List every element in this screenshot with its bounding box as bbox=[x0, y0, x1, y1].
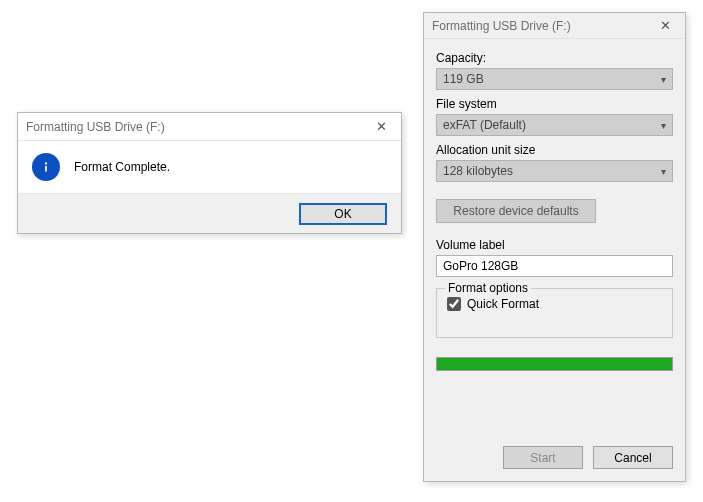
quick-format-checkbox[interactable]: Quick Format bbox=[447, 297, 662, 311]
msg-dialog-footer: OK bbox=[18, 193, 401, 233]
msg-dialog-title: Formatting USB Drive (F:) bbox=[26, 120, 369, 134]
format-complete-dialog: Formatting USB Drive (F:) ✕ Format Compl… bbox=[17, 112, 402, 234]
fmt-dialog-body: Capacity: 119 GB ▾ File system exFAT (De… bbox=[424, 39, 685, 446]
file-system-value: exFAT (Default) bbox=[443, 118, 526, 132]
fmt-dialog-footer: Start Cancel bbox=[424, 446, 685, 481]
msg-dialog-body: Format Complete. bbox=[18, 141, 401, 193]
start-button[interactable]: Start bbox=[503, 446, 583, 469]
chevron-down-icon: ▾ bbox=[661, 74, 666, 85]
msg-dialog-titlebar: Formatting USB Drive (F:) ✕ bbox=[18, 113, 401, 141]
allocation-combo[interactable]: 128 kilobytes ▾ bbox=[436, 160, 673, 182]
allocation-value: 128 kilobytes bbox=[443, 164, 513, 178]
capacity-label: Capacity: bbox=[436, 51, 673, 65]
capacity-combo[interactable]: 119 GB ▾ bbox=[436, 68, 673, 90]
format-progress-bar bbox=[436, 357, 673, 371]
format-options-group: Format options Quick Format bbox=[436, 288, 673, 338]
cancel-button[interactable]: Cancel bbox=[593, 446, 673, 469]
format-dialog: Formatting USB Drive (F:) ✕ Capacity: 11… bbox=[423, 12, 686, 482]
format-options-legend: Format options bbox=[445, 281, 531, 295]
close-icon[interactable]: ✕ bbox=[653, 18, 677, 33]
svg-point-0 bbox=[45, 162, 47, 164]
msg-dialog-message: Format Complete. bbox=[74, 160, 170, 174]
quick-format-label: Quick Format bbox=[467, 297, 539, 311]
volume-label-label: Volume label bbox=[436, 238, 673, 252]
file-system-label: File system bbox=[436, 97, 673, 111]
allocation-label: Allocation unit size bbox=[436, 143, 673, 157]
fmt-dialog-title: Formatting USB Drive (F:) bbox=[432, 19, 653, 33]
svg-rect-1 bbox=[45, 166, 47, 172]
volume-label-input[interactable] bbox=[436, 255, 673, 277]
capacity-value: 119 GB bbox=[443, 72, 484, 86]
info-icon bbox=[32, 153, 60, 181]
chevron-down-icon: ▾ bbox=[661, 120, 666, 131]
quick-format-input[interactable] bbox=[447, 297, 461, 311]
chevron-down-icon: ▾ bbox=[661, 166, 666, 177]
ok-button[interactable]: OK bbox=[299, 203, 387, 225]
fmt-dialog-titlebar: Formatting USB Drive (F:) ✕ bbox=[424, 13, 685, 39]
restore-defaults-button[interactable]: Restore device defaults bbox=[436, 199, 596, 223]
file-system-combo[interactable]: exFAT (Default) ▾ bbox=[436, 114, 673, 136]
close-icon[interactable]: ✕ bbox=[369, 119, 393, 134]
